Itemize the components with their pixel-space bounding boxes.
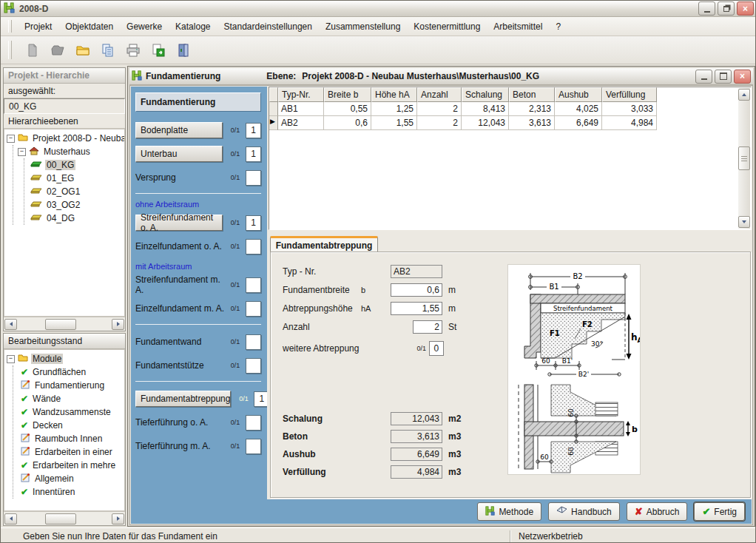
module-item[interactable]: ✔ Erdarbeiten in mehre: [13, 459, 124, 472]
sidebar-item-tieferfuehrung-oa[interactable]: Tieferführung o. A. 0/1: [135, 414, 261, 431]
horizontal-scrollbar[interactable]: [4, 317, 125, 331]
tab-fundamentabtreppung[interactable]: Fundamentabtreppung: [270, 236, 378, 252]
count-field[interactable]: [246, 334, 261, 350]
module-item[interactable]: ✔ Decken: [13, 419, 124, 432]
count-field[interactable]: [246, 439, 261, 454]
print-icon[interactable]: [123, 40, 144, 61]
count-field[interactable]: [246, 239, 261, 254]
window-minimize-button[interactable]: [695, 70, 712, 84]
table-cell[interactable]: 3,033: [602, 102, 657, 116]
module-item[interactable]: ✔ Wände: [13, 392, 124, 405]
sidebar-item-bodenplatte[interactable]: Bodenplatte 0/1 1: [135, 122, 261, 138]
row-selector-current[interactable]: [269, 116, 278, 130]
sidebar-item-einzelfundament-ma[interactable]: Einzelfundament m. A. 0/1: [135, 300, 261, 317]
fertig-button[interactable]: ✔ Fertig: [694, 502, 745, 521]
table-cell[interactable]: AB1: [278, 102, 324, 116]
count-field[interactable]: 1: [246, 123, 261, 138]
table-cell[interactable]: 8,413: [462, 102, 509, 116]
menu-standardeinstellungen[interactable]: Standardeinstellungen: [217, 19, 318, 34]
sidebar-item-streifenfundament-oa[interactable]: Streifenfundament o. A. 0/1 1: [135, 215, 261, 231]
collapse-icon[interactable]: [7, 355, 15, 363]
app-close-button[interactable]: ×: [737, 1, 754, 16]
collapse-icon[interactable]: [18, 148, 26, 156]
sidebar-item-fundamentstuetze[interactable]: Fundamentstütze 0/1: [135, 357, 261, 374]
folder-open-icon[interactable]: [72, 40, 93, 61]
table-cell[interactable]: 4,984: [602, 116, 657, 130]
tree-node-floor[interactable]: 01_EG: [24, 172, 124, 185]
table-cell[interactable]: 0,6: [324, 116, 371, 130]
count-field[interactable]: [246, 415, 261, 431]
sidebar-item-tieferfuehrung-ma[interactable]: Tieferführung m. A. 0/1: [135, 438, 261, 454]
horizontal-scrollbar[interactable]: [4, 511, 125, 525]
count-field[interactable]: [246, 277, 261, 293]
column-header[interactable]: Typ-Nr.: [278, 87, 324, 102]
sidebar-item-fundamentwand[interactable]: Fundamentwand 0/1: [135, 334, 261, 350]
column-header[interactable]: Beton: [509, 87, 555, 102]
module-item[interactable]: ✔ Wandzusammenste: [13, 405, 124, 419]
module-item[interactable]: Allgemein: [13, 472, 124, 485]
new-document-icon[interactable]: [22, 40, 43, 61]
scroll-up-icon[interactable]: [738, 89, 750, 101]
menu-zusammenstellung[interactable]: Zusammenstellung: [319, 19, 407, 34]
menu-objektdaten[interactable]: Objektdaten: [58, 19, 120, 34]
menu-projekt[interactable]: Projekt: [18, 19, 58, 34]
tree-node-floor[interactable]: 03_OG2: [24, 198, 124, 212]
table-cell[interactable]: 4,025: [555, 102, 602, 116]
sidebar-item-streifenfundament-ma[interactable]: Streifenfundament m. A. 0/1: [135, 277, 261, 293]
abbruch-button[interactable]: ✘ Abbruch: [627, 502, 688, 521]
row-selector[interactable]: [269, 102, 278, 116]
window-close-button[interactable]: ×: [734, 70, 751, 84]
methode-button[interactable]: Methode: [477, 502, 541, 521]
column-header[interactable]: Aushub: [555, 87, 602, 102]
tree-node-module-root[interactable]: Module: [7, 352, 124, 365]
scrollbar-thumb[interactable]: [738, 146, 750, 170]
sidebar-item-fundamentabtreppung[interactable]: Fundamentabtreppung 0/1 1: [135, 391, 261, 407]
menu-arbeitsmittel[interactable]: Arbeitsmittel: [487, 19, 549, 34]
module-item[interactable]: ✔ Grundflächen: [13, 365, 124, 379]
collapse-icon[interactable]: [7, 135, 15, 143]
tree-node-building[interactable]: Musterhaus: [13, 145, 124, 158]
table-cell[interactable]: 3,613: [509, 116, 555, 130]
table-cell[interactable]: 1,55: [371, 116, 417, 130]
table-cell[interactable]: 2: [417, 102, 462, 116]
scroll-right-icon[interactable]: [112, 319, 124, 330]
menu-kostenermittlung[interactable]: Kostenermittlung: [407, 19, 487, 34]
abtreppungshoehe-input[interactable]: 1,55: [391, 302, 442, 315]
scroll-left-icon[interactable]: [4, 319, 17, 330]
handbuch-button[interactable]: Handbuch: [548, 502, 620, 521]
vertical-scrollbar[interactable]: [738, 88, 750, 229]
module-item[interactable]: ✔ Innentüren: [13, 485, 124, 499]
window-maximize-button[interactable]: [715, 70, 732, 84]
column-header[interactable]: Anzahl: [417, 87, 462, 102]
scrollbar-thumb[interactable]: [45, 513, 76, 525]
app-restore-button[interactable]: [718, 1, 735, 16]
count-field[interactable]: 1: [254, 391, 267, 407]
scroll-right-icon[interactable]: [112, 513, 124, 525]
table-cell[interactable]: 1,25: [371, 102, 417, 116]
app-minimize-button[interactable]: [698, 1, 715, 16]
tree-node-project[interactable]: Projekt 2008-D - Neubau: [7, 132, 124, 145]
fundamentbreite-input[interactable]: 0,6: [391, 283, 442, 297]
menu-kataloge[interactable]: Kataloge: [169, 19, 217, 34]
sidebar-item-unterbau[interactable]: Unterbau 0/1 1: [135, 146, 261, 162]
column-header[interactable]: Schalung: [462, 87, 509, 102]
weitere-abtreppung-input[interactable]: 0: [429, 341, 444, 356]
count-field[interactable]: 1: [246, 146, 261, 162]
count-field[interactable]: 1: [246, 215, 261, 231]
count-field[interactable]: [246, 301, 261, 317]
column-header[interactable]: Verfüllung: [602, 87, 657, 102]
tree-node-floor[interactable]: 00_KG: [24, 158, 124, 172]
module-item[interactable]: Fundamentierung: [13, 379, 124, 392]
table-cell[interactable]: 2: [417, 116, 462, 130]
table-cell[interactable]: 2,313: [509, 102, 555, 116]
copy-icon[interactable]: [98, 40, 118, 61]
column-header[interactable]: Höhe hA: [371, 87, 417, 102]
table-cell[interactable]: 12,043: [462, 116, 509, 130]
module-item[interactable]: Erdarbeiten in einer: [13, 445, 124, 459]
count-field[interactable]: [246, 358, 261, 374]
table-cell[interactable]: AB2: [278, 116, 324, 130]
menu-gewerke[interactable]: Gewerke: [120, 19, 169, 34]
menu-help[interactable]: ?: [549, 19, 567, 34]
table-cell[interactable]: 0,55: [324, 102, 371, 116]
scroll-left-icon[interactable]: [4, 513, 17, 525]
